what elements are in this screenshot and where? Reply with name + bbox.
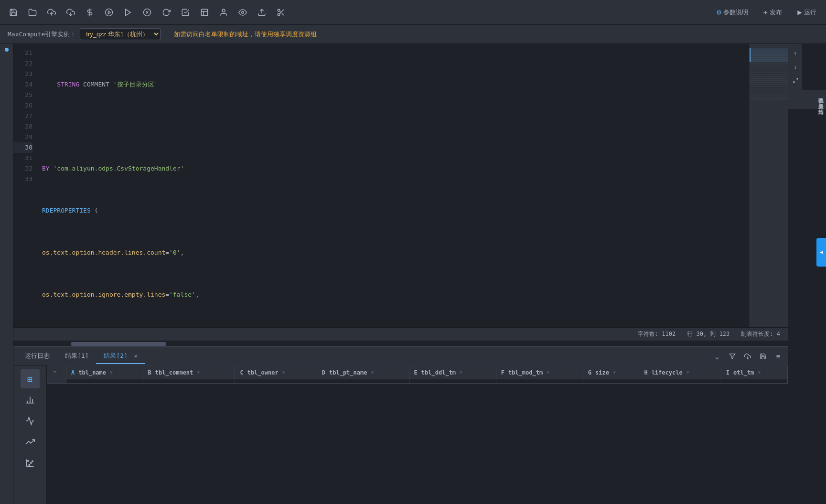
svg-line-33 bbox=[796, 78, 798, 80]
svg-point-30 bbox=[32, 461, 33, 462]
download-icon[interactable] bbox=[63, 5, 78, 20]
code-line-23: BY 'com.aliyun.odps.CsvStorageHandler' bbox=[42, 163, 744, 174]
table-view-icon[interactable]: ⊞ bbox=[21, 369, 40, 388]
char-count: 字符数: 1102 bbox=[638, 330, 676, 338]
col-header-B[interactable]: B tbl_comment ▼ bbox=[143, 366, 235, 379]
play-icon[interactable] bbox=[120, 5, 136, 20]
svg-marker-5 bbox=[126, 9, 131, 16]
svg-point-13 bbox=[242, 11, 244, 13]
sort-icon-G[interactable]: ▼ bbox=[613, 370, 616, 375]
minimap bbox=[750, 44, 788, 327]
col-header-G[interactable]: G size ▼ bbox=[583, 366, 639, 379]
svg-line-18 bbox=[282, 13, 284, 15]
chart-sidebar: ⊞ bbox=[13, 365, 47, 504]
trend-chart-icon[interactable] bbox=[21, 432, 40, 451]
instance-select[interactable]: try_qzz 华东1（杭州） bbox=[80, 28, 161, 40]
sort-icon-E[interactable]: ▼ bbox=[460, 370, 462, 375]
sort-icon-I[interactable]: ▼ bbox=[758, 370, 761, 375]
col-header-E[interactable]: E tbl_ddl_tm ▼ bbox=[409, 366, 496, 379]
results-area: ⊞ bbox=[13, 365, 788, 504]
play-circle-icon[interactable] bbox=[101, 5, 117, 20]
line-chart-icon[interactable] bbox=[21, 411, 40, 430]
svg-marker-21 bbox=[729, 354, 735, 359]
tabs-bar: 运行日志 结果[1] 结果[2] ✕ ⌄ bbox=[13, 347, 788, 365]
table-row bbox=[47, 379, 788, 384]
grid-area[interactable]: A tbl_name ▼ B tbl_comment ▼ bbox=[47, 365, 788, 504]
tabs-save-icon[interactable] bbox=[757, 351, 769, 362]
svg-line-34 bbox=[793, 81, 795, 83]
toolbar-right: ⚙ 参数说明 ✈ 发布 ▶ 运行 bbox=[713, 6, 820, 19]
sort-icon-B[interactable]: ▼ bbox=[197, 370, 200, 375]
tab-run-log[interactable]: 运行日志 bbox=[17, 349, 57, 364]
svg-point-15 bbox=[278, 9, 280, 11]
col-header-F[interactable]: F tbl_mod_tm ▼ bbox=[496, 366, 583, 379]
scrollbar-thumb[interactable] bbox=[71, 342, 166, 346]
tabs-filter-icon[interactable] bbox=[727, 351, 738, 362]
user-icon[interactable] bbox=[216, 5, 231, 20]
refresh-icon[interactable] bbox=[159, 5, 174, 20]
tab-result-2-close[interactable]: ✕ bbox=[134, 353, 138, 359]
gutter-dot bbox=[5, 48, 9, 52]
svg-point-28 bbox=[30, 462, 31, 464]
export-icon[interactable] bbox=[254, 5, 269, 20]
bar-chart-icon[interactable] bbox=[21, 390, 40, 409]
upload-icon[interactable] bbox=[44, 5, 59, 20]
svg-point-16 bbox=[278, 13, 280, 16]
instance-bar: MaxCompute引擎实例： try_qzz 华东1（杭州） 如需访问白名单限… bbox=[0, 25, 826, 44]
svg-point-27 bbox=[27, 461, 29, 462]
folder-icon[interactable] bbox=[25, 5, 40, 20]
col-header-H[interactable]: H lifecycle ▼ bbox=[639, 366, 721, 379]
check-square-icon[interactable] bbox=[178, 5, 193, 20]
params-button[interactable]: ⚙ 参数说明 bbox=[713, 6, 752, 19]
scissors-icon[interactable] bbox=[273, 5, 289, 20]
tabs-right: ⌄ ≡ bbox=[711, 351, 784, 362]
table-format: 制表符长度: 4 bbox=[741, 330, 780, 338]
code-line-22 bbox=[42, 121, 744, 132]
sort-icon-A[interactable]: ▼ bbox=[110, 370, 113, 375]
line-numbers: 21 22 23 24 25 26 27 28 29 30 31 32 33 bbox=[13, 44, 36, 327]
tab-result-1[interactable]: 结果[1] bbox=[57, 349, 96, 364]
svg-marker-4 bbox=[108, 11, 111, 14]
code-area[interactable]: STRING COMMENT '按子目录分区' BY 'com.aliyun.o… bbox=[36, 44, 750, 327]
code-line-24: RDEPROPERTIES ( bbox=[42, 205, 744, 216]
col-header-A[interactable]: A tbl_name ▼ bbox=[66, 366, 143, 379]
code-line-25: os.text.option.header.lines.count='0', bbox=[42, 247, 744, 258]
instance-notice: 如需访问白名单限制的域址，请使用独享调度资源组 bbox=[174, 30, 317, 39]
fullscreen-icon[interactable] bbox=[790, 75, 801, 86]
far-right-panel: 参数说明 血缘关系 版本结构 bbox=[788, 90, 826, 109]
col-header-C[interactable]: C tbl_owner ▼ bbox=[235, 366, 317, 379]
expand-icon[interactable]: ↑ bbox=[790, 48, 801, 59]
svg-rect-9 bbox=[201, 9, 208, 16]
tabs-download-icon[interactable] bbox=[742, 351, 753, 362]
layout-icon[interactable] bbox=[197, 5, 212, 20]
right-sidebar: ↑ ↓ bbox=[788, 44, 802, 90]
instance-label: MaxCompute引擎实例： bbox=[8, 30, 76, 39]
stop-icon[interactable] bbox=[139, 5, 155, 20]
tab-result-2[interactable]: 结果[2] ✕ bbox=[96, 349, 145, 364]
eye-icon[interactable] bbox=[235, 5, 250, 20]
code-line-21: STRING COMMENT '按子目录分区' bbox=[42, 79, 744, 90]
tabs-menu-icon[interactable]: ≡ bbox=[772, 351, 784, 362]
dollar-icon[interactable] bbox=[82, 5, 97, 20]
run-toolbar-button[interactable]: ▶ 运行 bbox=[794, 6, 820, 19]
col-header-I[interactable]: I etl_tm ▼ bbox=[721, 366, 787, 379]
horizontal-scrollbar[interactable] bbox=[13, 341, 788, 346]
save-icon[interactable] bbox=[6, 5, 21, 20]
main-area: 21 22 23 24 25 26 27 28 29 30 31 32 33 bbox=[0, 44, 826, 504]
scatter-chart-icon[interactable] bbox=[21, 453, 40, 472]
toolbar: ⚙ 参数说明 ✈ 发布 ▶ 运行 bbox=[0, 0, 826, 25]
sort-icon-D[interactable]: ▼ bbox=[371, 370, 374, 375]
collapse-icon[interactable]: ↓ bbox=[790, 61, 801, 73]
col-header-D[interactable]: D tbl_pt_name ▼ bbox=[317, 366, 409, 379]
editor-content[interactable]: 21 22 23 24 25 26 27 28 29 30 31 32 33 bbox=[13, 44, 788, 327]
results-table: A tbl_name ▼ B tbl_comment ▼ bbox=[47, 365, 788, 384]
bottom-panel: 运行日志 结果[1] 结果[2] ✕ ⌄ bbox=[13, 346, 788, 504]
sort-icon-H[interactable]: ▼ bbox=[687, 370, 689, 375]
tabs-chevron-down-icon[interactable]: ⌄ bbox=[711, 351, 723, 362]
publish-button[interactable]: ✈ 发布 bbox=[760, 6, 786, 19]
floating-button[interactable]: ◀ bbox=[816, 238, 826, 267]
sort-icon-F[interactable]: ▼ bbox=[547, 370, 549, 375]
svg-line-19 bbox=[279, 11, 281, 12]
sort-icon-C[interactable]: ▼ bbox=[282, 370, 285, 375]
svg-point-12 bbox=[222, 9, 225, 12]
